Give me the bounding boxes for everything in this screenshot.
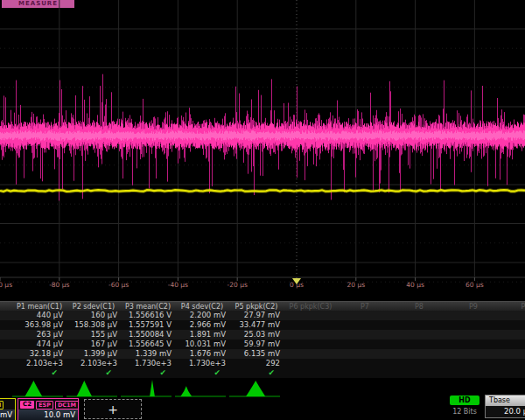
measure-value-cell: 167 µV	[66, 340, 117, 349]
checkmark-icon: ✔	[175, 368, 220, 378]
measure-stat-row: 363.98 µV158.308 µV1.557591 V2.966 mV33.…	[0, 320, 525, 330]
time-tick-label: -20 µs	[218, 281, 256, 289]
channel-c2-scale: 10.0 mV	[18, 410, 78, 420]
measure-value-cell: 33.477 mV	[229, 320, 280, 330]
measure-value-cell: 292	[229, 359, 280, 368]
measure-value-cell: 160 µV	[66, 311, 117, 320]
measure-value-cell: 158.308 µV	[66, 320, 117, 330]
histicon-thumbnail[interactable]	[121, 379, 172, 398]
channel-c2-esp-chip: ESP	[36, 401, 53, 410]
measure-value-cell: 1.730e+3	[121, 359, 172, 368]
time-tick-label: 0 µs	[277, 281, 316, 289]
measure-value-cell: 1.557591 V	[121, 320, 172, 330]
measure-stat-row: 2.103e+32.103e+31.730e+31.730e+3292	[0, 359, 525, 368]
hd-mode-badge[interactable]: HD	[450, 396, 480, 405]
measure-status-row: ✔✔✔✔✔	[0, 368, 525, 378]
measure-value-cell: 2.103e+3	[12, 359, 63, 368]
measure-stat-row: 474 µV167 µV1.556645 V10.031 mV59.97 mV	[0, 340, 525, 349]
checkmark-icon: ✔	[121, 368, 166, 378]
measure-value-cell: 474 µV	[12, 340, 63, 349]
measure-value-cell: 1.891 mV	[175, 330, 226, 340]
measure-value-cell: 155 µV	[66, 330, 117, 340]
measure-value-cell: 363.98 µV	[12, 320, 63, 330]
measure-value-cell: 32.18 µV	[12, 349, 63, 359]
histicon-thumbnail[interactable]	[66, 379, 117, 398]
time-tick-label: -40 µs	[158, 281, 197, 289]
checkmark-icon: ✔	[66, 368, 112, 378]
measure-value-cell: 1.556616 V	[121, 311, 172, 320]
measure-value-cell: 2.200 mV	[175, 311, 226, 320]
measure-stat-row: 440 µV160 µV1.556616 V2.200 mV27.97 mV	[0, 311, 525, 320]
timebase-value: 20.0 µs	[486, 406, 525, 417]
channel-c2-dc1m-chip: DC1M	[55, 401, 79, 410]
measure-value-cell: 6.135 mV	[229, 349, 280, 359]
measure-value-cell: 1.399 µV	[66, 349, 117, 359]
measure-value-cell: 1.339 mV	[121, 349, 172, 359]
time-tick-label: 80 µs	[514, 281, 525, 289]
waveform-area	[0, 0, 525, 294]
measure-stat-row: 263 µV155 µV1.550084 V1.891 mV25.03 mV	[0, 330, 525, 340]
histicon-row	[0, 379, 525, 400]
measure-stat-row: 32.18 µV1.399 µV1.339 mV1.676 mV6.135 mV	[0, 349, 525, 359]
plus-icon: +	[108, 402, 118, 416]
time-tick-label: 20 µs	[337, 281, 375, 289]
checkmark-icon: ✔	[229, 368, 275, 378]
measure-value-cell: 1.730e+3	[175, 359, 226, 368]
channel-c1-scale: 10.0 mV	[0, 410, 15, 420]
channel-descriptor-c2[interactable]: C2 ESPDC1M 10.0 mV	[18, 398, 79, 420]
histicon-thumbnail[interactable]	[229, 379, 280, 398]
add-channel-button[interactable]: +	[84, 399, 142, 419]
measure-value-cell: 2.103e+3	[66, 359, 117, 368]
oscilloscope-screen: MEASURE -100 µs-80 µs-60 µs-40 µs-20 µs0…	[0, 0, 525, 420]
measurement-table: P1 mean(C1)P2 sdev(C1)P3 mean(C2)P4 sdev…	[0, 301, 525, 378]
time-tick-label: 60 µs	[455, 281, 494, 289]
measure-value-cell: 10.031 mV	[175, 340, 226, 349]
measure-value-cell: 25.03 mV	[229, 330, 280, 340]
channel-descriptor-c1[interactable]: C1 DC1M 10.0 mV	[0, 398, 16, 420]
hd-bits-label: 12 Bits	[442, 408, 487, 416]
channel-c2-tag: C2	[20, 401, 34, 409]
timebase-descriptor[interactable]: Tbase 20.0 µs	[485, 395, 525, 418]
measure-value-cell: 1.676 mV	[175, 349, 226, 359]
time-tick-label: 40 µs	[396, 281, 435, 289]
measure-value-cell: 263 µV	[12, 330, 63, 340]
histicon-thumbnail[interactable]	[12, 379, 63, 398]
checkmark-icon: ✔	[12, 368, 58, 378]
measure-value-cell: 2.966 mV	[175, 320, 226, 330]
measure-value-cell: 1.550084 V	[121, 330, 172, 340]
time-tick-label: -100 µs	[0, 281, 19, 289]
histicon-thumbnail[interactable]	[175, 379, 226, 398]
time-tick-label: -60 µs	[100, 281, 138, 289]
time-tick-label: -80 µs	[40, 281, 79, 289]
measure-value-cell: 440 µV	[12, 311, 63, 320]
channel-c1-coupling-chip: DC1M	[0, 401, 4, 410]
measure-value-cell: 1.556645 V	[121, 340, 172, 349]
measure-value-cell: 27.97 mV	[229, 311, 280, 320]
measure-value-cell: 59.97 mV	[229, 340, 280, 349]
timebase-title: Tbase	[486, 396, 525, 406]
